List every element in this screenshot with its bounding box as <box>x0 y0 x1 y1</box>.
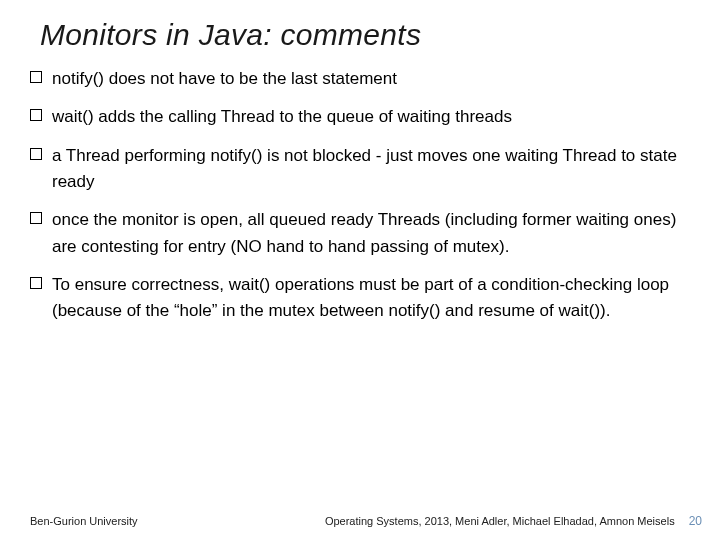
list-item: a Thread performing notify() is not bloc… <box>30 143 692 196</box>
bullet-list: notify() does not have to be the last st… <box>28 66 692 325</box>
footer-university: Ben-Gurion University <box>30 515 138 527</box>
list-item: To ensure correctness, wait() operations… <box>30 272 692 325</box>
slide-title: Monitors in Java: comments <box>40 18 692 52</box>
slide-footer: Ben-Gurion University Operating Systems,… <box>0 514 720 528</box>
footer-course: Operating Systems, 2013, Meni Adler, Mic… <box>325 515 675 527</box>
list-item: wait() adds the calling Thread to the qu… <box>30 104 692 130</box>
list-item: once the monitor is open, all queued rea… <box>30 207 692 260</box>
list-item: notify() does not have to be the last st… <box>30 66 692 92</box>
page-number: 20 <box>689 514 702 528</box>
